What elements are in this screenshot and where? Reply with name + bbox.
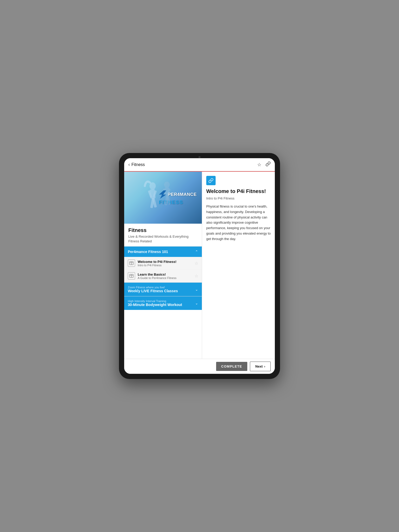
accordion-sub-label-hiit: High Intensity Interval Training — [128, 300, 182, 303]
lesson-title-basics: Learn the Basics! — [138, 272, 192, 276]
accordion-per4mance-101: Per4mance Fitness 101 ⌃ — [124, 246, 202, 282]
accordion-header-per4mance-101[interactable]: Per4mance Fitness 101 ⌃ — [124, 247, 202, 257]
next-label: Next — [255, 364, 263, 368]
bottom-bar: COMPLETE Next › — [124, 359, 275, 374]
lesson-text-welcome: Welcome to P4i Fitness! Intro to P4i Fit… — [138, 260, 192, 267]
accordion-header-sub-weekly: Zoom Fitness where you live! Weekly LIVE… — [128, 286, 178, 293]
right-panel: Welcome to P4i Fitness! Intro to P4i Fit… — [202, 172, 275, 359]
next-button[interactable]: Next › — [250, 362, 271, 371]
header-title: Fitness — [131, 162, 145, 167]
content-link-icon — [206, 176, 216, 185]
tablet-frame: ‹ Fitness ☆ — [119, 153, 280, 379]
tablet-camera — [198, 156, 201, 158]
section-info: Fitness Live & Recorded Workouts & Every… — [124, 224, 202, 246]
star-lesson-welcome[interactable]: ☆ — [195, 261, 198, 266]
main-content: PER4MANCE FITNESS Fitness Live & Recorde… — [124, 172, 275, 359]
accordion-content-per4mance-101: Welcome to P4i Fitness! Intro to P4i Fit… — [124, 257, 202, 282]
section-title: Fitness — [128, 227, 198, 233]
accordion-hiit: High Intensity Interval Training 30-Minu… — [124, 296, 202, 310]
accordion-header-sub-hiit: High Intensity Interval Training 30-Minu… — [128, 300, 182, 307]
left-panel: PER4MANCE FITNESS Fitness Live & Recorde… — [124, 172, 202, 359]
lesson-title-welcome: Welcome to P4i Fitness! — [138, 260, 192, 264]
svg-point-6 — [164, 182, 170, 188]
header: ‹ Fitness ☆ — [124, 158, 275, 171]
content-subtitle: Intro to P4i Fitness — [206, 196, 271, 200]
hero-image: PER4MANCE FITNESS — [124, 172, 202, 224]
complete-button[interactable]: COMPLETE — [216, 362, 247, 371]
svg-marker-12 — [159, 190, 166, 199]
link-content-icon — [208, 178, 214, 183]
header-left: ‹ Fitness — [128, 162, 145, 167]
accordion-label-per4mance-101: Per4mance Fitness 101 — [128, 250, 168, 254]
lesson-text-basics: Learn the Basics! A Guide to Per4mance F… — [138, 272, 192, 280]
accordion-header-hiit[interactable]: High Intensity Interval Training 30-Minu… — [124, 296, 202, 310]
accordion-header-weekly-live[interactable]: Zoom Fitness where you live! Weekly LIVE… — [124, 283, 202, 296]
chevron-down-icon-weekly: ⌄ — [195, 287, 198, 291]
accordion-sub-label-weekly: Zoom Fitness where you live! — [128, 286, 178, 289]
accordion-main-label-weekly: Weekly LIVE Fitness Classes — [128, 289, 178, 293]
chevron-up-icon: ⌃ — [195, 250, 198, 254]
back-button[interactable]: ‹ — [128, 162, 130, 167]
section-subtitle: Live & Recorded Workouts & Everything Fi… — [128, 234, 198, 244]
lesson-icon-book-2 — [128, 272, 135, 280]
lesson-item-welcome[interactable]: Welcome to P4i Fitness! Intro to P4i Fit… — [124, 257, 202, 270]
chevron-down-icon-hiit: ⌄ — [195, 301, 198, 305]
accordion-main-label-hiit: 30-Minute Bodyweight Workout — [128, 303, 182, 307]
content-title: Welcome to P4i Fitness! — [206, 188, 271, 194]
lesson-subtitle-welcome: Intro to P4i Fitness — [138, 264, 192, 267]
star-icon[interactable]: ☆ — [257, 162, 261, 168]
link-icon[interactable] — [265, 161, 271, 168]
logo-bolt-icon — [159, 190, 166, 199]
star-lesson-basics[interactable]: ☆ — [195, 274, 198, 278]
lesson-icon-book — [128, 260, 135, 267]
lesson-item-basics[interactable]: Learn the Basics! A Guide to Per4mance F… — [124, 270, 202, 282]
next-arrow-icon: › — [264, 365, 265, 368]
tablet-screen: ‹ Fitness ☆ — [124, 158, 275, 374]
accordion-weekly-live: Zoom Fitness where you live! Weekly LIVE… — [124, 282, 202, 296]
header-icons: ☆ — [257, 161, 271, 168]
lesson-subtitle-basics: A Guide to Per4mance Fitness — [138, 276, 192, 280]
content-body: Physical fitness is crucial to one's hea… — [206, 204, 271, 242]
